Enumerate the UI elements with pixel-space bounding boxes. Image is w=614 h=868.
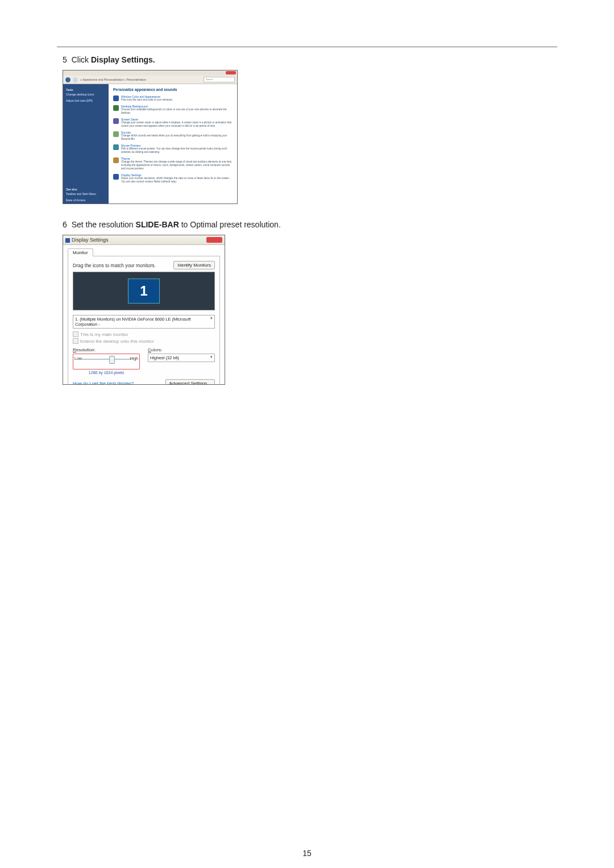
item-screen-saver: Screen SaverChange your screen saver or … — [113, 118, 233, 128]
identify-monitors-button[interactable]: Identify Monitors — [173, 261, 215, 269]
item-theme: ThemeChange the theme. Themes can change… — [113, 157, 233, 171]
monitor-icon[interactable]: 1 — [128, 279, 160, 304]
sidebar-header-seealso: See also — [66, 187, 106, 192]
panel-heading: Personalize appearance and sounds — [113, 88, 233, 92]
tab-monitor[interactable]: Monitor — [68, 248, 93, 256]
dialog-titlebar: Display Settings — [63, 235, 225, 245]
forward-button[interactable] — [73, 77, 78, 82]
checkbox-icon — [73, 331, 78, 337]
step-6: 6 Set the resolution SLIDE-BAR to Optima… — [63, 220, 557, 229]
monitor-panel: Drag the icons to match your monitors. I… — [68, 256, 220, 385]
mouse-pointers-icon — [113, 144, 119, 150]
close-icon[interactable] — [226, 71, 236, 74]
sidebar-item[interactable]: Change desktop icons — [66, 92, 106, 97]
drag-instruction: Drag the icons to match your monitors. — [73, 263, 156, 268]
sidebar-header-tasks: Tasks — [66, 88, 106, 92]
item-desktop-background: Desktop BackgroundChoose from available … — [113, 105, 233, 115]
monitor-select[interactable]: 1. (Multiple Monitors) on NVIDIA GeForce… — [73, 315, 215, 329]
main-panel: Personalize appearance and sounds Window… — [109, 84, 237, 204]
sounds-icon — [113, 131, 119, 137]
slider-track — [81, 359, 131, 360]
close-icon[interactable] — [206, 237, 222, 243]
step-5: 5 Click Display Settings. — [63, 55, 557, 64]
colors-select[interactable]: Highest (32 bit) — [148, 354, 215, 362]
display-settings-icon — [113, 174, 119, 180]
resolution-group: Resolution: Low High 1280 by 1024 pixels — [73, 347, 140, 375]
window-titlebar — [63, 70, 237, 76]
screenshot-personalization: « Appearance and Personalization » Perso… — [63, 70, 238, 204]
item-window-color: Window Color and AppearanceFine tune the… — [113, 95, 233, 102]
step-5-num: 5 — [63, 55, 67, 64]
resolution-label: Resolution: — [73, 347, 140, 352]
main-monitor-checkbox: This is my main monitor — [73, 331, 215, 337]
screen-saver-icon — [113, 118, 119, 124]
dialog-title: Display Settings — [72, 237, 109, 243]
search-input[interactable]: Search — [204, 77, 235, 82]
display-icon — [65, 238, 70, 243]
sidebar-item[interactable]: Taskbar and Start Menu — [66, 192, 106, 196]
extend-desktop-checkbox: Extend the desktop onto this monitor — [73, 338, 215, 344]
slider-thumb[interactable] — [109, 356, 115, 364]
breadcrumb[interactable]: « Appearance and Personalization » Perso… — [80, 78, 201, 81]
sidebar: Tasks Change desktop icons Adjust font s… — [63, 84, 109, 204]
back-button[interactable] — [65, 77, 70, 82]
item-mouse-pointers: Mouse PointersPick a different mouse poi… — [113, 144, 233, 154]
item-display-settings: Display SettingsAdjust your monitor reso… — [113, 173, 233, 184]
sidebar-item[interactable]: Adjust font size (DPI) — [66, 98, 106, 103]
sidebar-item[interactable]: Ease of Access — [66, 198, 106, 202]
address-bar: « Appearance and Personalization » Perso… — [63, 76, 237, 84]
colors-label: Colors: — [148, 347, 215, 352]
page-number: 15 — [0, 849, 614, 858]
theme-icon — [113, 157, 119, 163]
item-sounds: SoundsChange which sounds are heard when… — [113, 131, 233, 141]
desktop-background-icon — [113, 105, 119, 111]
advanced-settings-button[interactable]: Advanced Settings... — [165, 379, 215, 385]
resolution-slider[interactable]: Low High — [73, 354, 140, 369]
colors-group: Colors: Highest (32 bit) — [148, 347, 215, 375]
checkbox-icon — [73, 338, 78, 344]
monitor-canvas[interactable]: 1 — [73, 272, 215, 310]
top-rule — [57, 47, 557, 47]
screenshot-display-settings: Display Settings Monitor Drag the icons … — [63, 235, 225, 385]
resolution-value: 1280 by 1024 pixels — [73, 371, 140, 375]
step-6-num: 6 — [63, 220, 67, 229]
help-link[interactable]: How do I get the best display? — [73, 381, 134, 385]
window-color-icon — [113, 95, 119, 101]
